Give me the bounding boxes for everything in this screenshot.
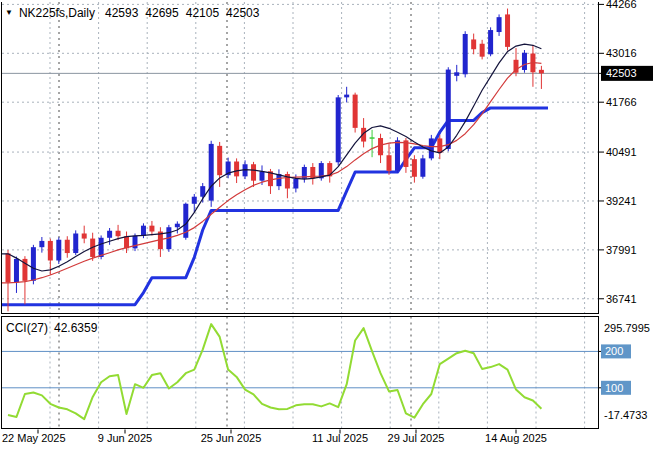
cci-indicator-label: CCI(27) 42.6359 bbox=[6, 321, 97, 335]
candle bbox=[505, 9, 510, 51]
candle-body bbox=[31, 247, 36, 281]
candle-body bbox=[353, 95, 358, 128]
pane-splitter[interactable] bbox=[0, 312, 600, 317]
price-axis-label: 43016 bbox=[606, 47, 637, 59]
chart-window[interactable]: 4426643016417664049139241379913674142503… bbox=[0, 0, 660, 450]
current-price-label: 42503 bbox=[606, 67, 637, 79]
candle-body bbox=[403, 140, 408, 167]
candle bbox=[463, 31, 468, 77]
candle-body bbox=[234, 162, 239, 177]
candle-body bbox=[124, 236, 129, 248]
price-chart-svg[interactable]: 4426643016417664049139241379913674142503… bbox=[0, 0, 660, 450]
candle-body bbox=[378, 138, 383, 155]
price-axis-label: 40491 bbox=[606, 146, 637, 158]
candle-body bbox=[539, 70, 544, 74]
candle bbox=[56, 237, 61, 264]
candle-body bbox=[522, 53, 527, 70]
candle-body bbox=[175, 224, 180, 228]
price-axis-label: 39241 bbox=[606, 195, 637, 207]
candle-body bbox=[463, 34, 468, 74]
candle bbox=[488, 27, 493, 56]
candle bbox=[429, 135, 434, 160]
candle-body bbox=[420, 158, 425, 176]
candle bbox=[336, 95, 341, 165]
ohlc-close-value: 42503 bbox=[226, 6, 259, 20]
cci-level-label: 100 bbox=[605, 382, 623, 394]
candle-body bbox=[107, 231, 112, 238]
candle-body bbox=[73, 233, 78, 253]
candle-body bbox=[429, 138, 434, 158]
candle-body bbox=[82, 233, 87, 238]
candle-body bbox=[412, 159, 417, 177]
date-axis-label: 22 May 2025 bbox=[2, 432, 66, 444]
candle-body bbox=[6, 253, 11, 282]
candle-body bbox=[488, 30, 493, 54]
candle-body bbox=[480, 44, 485, 57]
price-axis-label: 41766 bbox=[606, 96, 637, 108]
price-axis-label: 44266 bbox=[606, 0, 637, 10]
candle-body bbox=[454, 72, 459, 76]
ohlc-high-value: 42695 bbox=[145, 6, 178, 20]
candle-body bbox=[497, 17, 502, 32]
candle-body bbox=[276, 174, 281, 186]
price-axis-label: 36741 bbox=[606, 293, 637, 305]
price-axis-label: 37991 bbox=[606, 244, 637, 256]
candle-body bbox=[192, 197, 197, 204]
candle-body bbox=[251, 164, 256, 180]
candle-body bbox=[387, 155, 392, 171]
candle-body bbox=[336, 97, 341, 162]
ohlc-low-value: 42105 bbox=[186, 6, 219, 20]
candle bbox=[446, 67, 451, 151]
candle-body bbox=[395, 140, 400, 171]
candle bbox=[209, 141, 214, 207]
candle-body bbox=[149, 226, 154, 232]
cci-scale-min-label: -17.4733 bbox=[604, 409, 647, 421]
cci-current-value: 42.6359 bbox=[54, 321, 97, 335]
candle-body bbox=[48, 241, 53, 261]
candle-body bbox=[99, 238, 104, 257]
date-axis-label: 14 Aug 2025 bbox=[485, 432, 547, 444]
cci-scale-max-label: 295.7995 bbox=[604, 322, 650, 334]
candle bbox=[522, 50, 527, 73]
candle-body bbox=[141, 226, 146, 236]
candle-body bbox=[471, 39, 476, 49]
candle-body bbox=[65, 240, 70, 253]
candle-body bbox=[116, 231, 121, 236]
symbol-dropdown-icon[interactable]: ▼ bbox=[5, 9, 13, 17]
candle bbox=[73, 230, 78, 255]
candle-body bbox=[39, 241, 44, 247]
candle-body bbox=[344, 95, 349, 98]
candle-body bbox=[260, 171, 265, 180]
candle-body bbox=[209, 144, 214, 201]
candle bbox=[420, 155, 425, 179]
symbol-period-label: NK225fs,Daily bbox=[19, 6, 95, 20]
date-axis-label: 9 Jun 2025 bbox=[98, 432, 152, 444]
cci-level-label: 200 bbox=[605, 345, 623, 357]
date-axis-label: 29 Jul 2025 bbox=[388, 432, 445, 444]
candle-body bbox=[446, 70, 451, 149]
cci-name: CCI(27) bbox=[6, 321, 48, 335]
candle-body bbox=[14, 259, 19, 282]
candle-body bbox=[56, 240, 61, 261]
date-axis-label: 25 Jun 2025 bbox=[201, 432, 262, 444]
candle-body bbox=[505, 14, 510, 46]
candle bbox=[319, 161, 324, 181]
candle-body bbox=[293, 179, 298, 189]
chart-title-bar: ▼ NK225fs,Daily 42593 42695 42105 42503 bbox=[5, 5, 266, 20]
candle bbox=[353, 93, 358, 133]
candle-body bbox=[217, 146, 222, 175]
candle bbox=[31, 245, 36, 285]
ohlc-open-value: 42593 bbox=[105, 6, 138, 20]
date-axis-label: 11 Jul 2025 bbox=[312, 432, 368, 444]
